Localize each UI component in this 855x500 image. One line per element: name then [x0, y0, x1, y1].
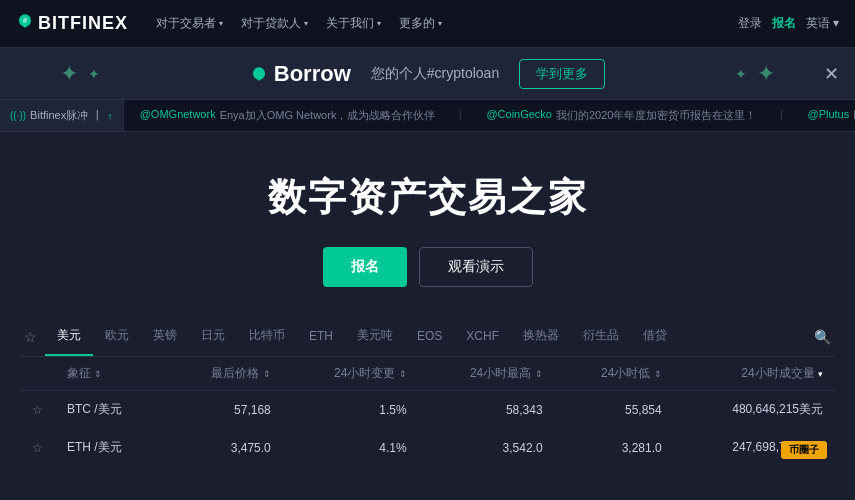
- ticker-up-icon: ↑: [107, 110, 113, 122]
- news-ticker: ((·)) Bitfinex脉冲 丨 ↑ @OMGnetwork Enya加入O…: [0, 100, 855, 132]
- star-icon[interactable]: ☆: [32, 403, 43, 417]
- tab-lending[interactable]: 借贷: [631, 317, 679, 356]
- col-change[interactable]: 24小时变更 ⇕: [283, 357, 419, 391]
- row-low: 55,854: [555, 391, 674, 429]
- close-button[interactable]: ✕: [824, 63, 839, 85]
- sort-icon: ⇕: [654, 369, 662, 379]
- chevron-down-icon: ▾: [304, 19, 308, 28]
- banner-brand: Borrow: [250, 61, 351, 87]
- row-change: 4.1%: [283, 429, 419, 467]
- market-table: 象征 ⇕ 最后价格 ⇕ 24小时变更 ⇕ 24小时最高 ⇕: [20, 357, 835, 467]
- star-icon[interactable]: ☆: [32, 441, 43, 455]
- tab-eur[interactable]: 欧元: [93, 317, 141, 356]
- col-price[interactable]: 最后价格 ⇕: [166, 357, 283, 391]
- logo: BITFINEX: [16, 12, 128, 35]
- ticker-highlight: @Plutus: [807, 108, 849, 123]
- market-section: ☆ 美元 欧元 英镑 日元 比特币 ETH 美元吨 EOS XCHF 换热器 衍…: [0, 317, 855, 467]
- row-high: 3,542.0: [419, 429, 555, 467]
- sort-icon: ⇕: [535, 369, 543, 379]
- ticker-content: @OMGnetwork Enya加入OMG Network，成为战略合作伙伴 丨…: [124, 108, 855, 123]
- nav-more[interactable]: 更多的 ▾: [391, 11, 450, 36]
- search-icon[interactable]: 🔍: [814, 329, 831, 345]
- row-low: 3,281.0: [555, 429, 674, 467]
- plus-icon-small: ✦: [88, 66, 100, 82]
- sort-icon-active: ▾: [818, 369, 823, 379]
- col-high[interactable]: 24小时最高 ⇕: [419, 357, 555, 391]
- tab-btc[interactable]: 比特币: [237, 317, 297, 356]
- tab-eth[interactable]: ETH: [297, 319, 345, 355]
- ticker-highlight: @OMGnetwork: [140, 108, 216, 123]
- row-price: 3,475.0: [166, 429, 283, 467]
- ticker-pulse: ((·)) Bitfinex脉冲 丨 ↑: [0, 100, 124, 131]
- banner-plus-left: ✦ ✦: [60, 61, 100, 87]
- col-low[interactable]: 24小时低 ⇕: [555, 357, 674, 391]
- table-header: 象征 ⇕ 最后价格 ⇕ 24小时变更 ⇕ 24小时最高 ⇕: [20, 357, 835, 391]
- row-fav[interactable]: ☆: [20, 429, 55, 467]
- chevron-down-icon: ▾: [219, 19, 223, 28]
- language-selector[interactable]: 英语 ▾: [806, 15, 839, 32]
- nav-right: 登录 报名 英语 ▾: [738, 15, 839, 32]
- row-symbol[interactable]: BTC /美元: [55, 391, 166, 429]
- tab-exchange[interactable]: 换热器: [511, 317, 571, 356]
- tab-xchf[interactable]: XCHF: [454, 319, 511, 355]
- banner-plus-right: ✦ ✦: [735, 61, 775, 87]
- ticker-item: @CoinGecko 我们的2020年年度加密货币报告在这里！: [486, 108, 756, 123]
- banner-logo-icon: [250, 65, 268, 83]
- plus-icon: ✦: [60, 61, 78, 87]
- chevron-down-icon: ▾: [833, 16, 839, 30]
- chevron-down-icon: ▾: [377, 19, 381, 28]
- banner-cta-button[interactable]: 学到更多: [519, 59, 605, 89]
- row-change: 1.5%: [283, 391, 419, 429]
- row-high: 58,343: [419, 391, 555, 429]
- ticker-highlight: @CoinGecko: [486, 108, 552, 123]
- market-table-wrapper: 象征 ⇕ 最后价格 ⇕ 24小时变更 ⇕ 24小时最高 ⇕: [20, 357, 835, 467]
- tab-derivatives[interactable]: 衍生品: [571, 317, 631, 356]
- market-tabs: ☆ 美元 欧元 英镑 日元 比特币 ETH 美元吨 EOS XCHF 换热器 衍…: [20, 317, 835, 357]
- sort-icon: ⇕: [399, 369, 407, 379]
- tab-jpy[interactable]: 日元: [189, 317, 237, 356]
- demo-button[interactable]: 观看演示: [419, 247, 533, 287]
- hero-section: 数字资产交易之家 报名 观看演示: [0, 132, 855, 317]
- tab-udt[interactable]: 美元吨: [345, 317, 405, 356]
- ticker-item: @Plutus PLIP | Pluton流动: [807, 108, 855, 123]
- nav-items: 对于交易者 ▾ 对于贷款人 ▾ 关于我们 ▾ 更多的 ▾: [148, 11, 730, 36]
- nav-lenders[interactable]: 对于贷款人 ▾: [233, 11, 316, 36]
- logo-text: [16, 12, 34, 35]
- plus-icon: ✦: [757, 61, 775, 87]
- logo-name: BITFINEX: [38, 13, 128, 34]
- ticker-separator: 丨: [92, 108, 103, 123]
- col-volume[interactable]: 24小时成交量 ▾: [674, 357, 835, 391]
- ticker-item: @OMGnetwork Enya加入OMG Network，成为战略合作伙伴: [140, 108, 436, 123]
- hero-buttons: 报名 观看演示: [323, 247, 533, 287]
- row-symbol[interactable]: ETH /美元: [55, 429, 166, 467]
- banner-subtitle: 您的个人#cryptoloan: [371, 65, 499, 83]
- sort-icon: ⇕: [263, 369, 271, 379]
- favorites-star-icon[interactable]: ☆: [24, 329, 37, 345]
- table-row: ☆ BTC /美元 57,168 1.5% 58,343 55,854 480,…: [20, 391, 835, 429]
- nav-traders[interactable]: 对于交易者 ▾: [148, 11, 231, 36]
- nav-about[interactable]: 关于我们 ▾: [318, 11, 389, 36]
- tab-usd[interactable]: 美元: [45, 317, 93, 356]
- login-link[interactable]: 登录: [738, 15, 762, 32]
- hero-title: 数字资产交易之家: [268, 172, 588, 223]
- tab-gbp[interactable]: 英镑: [141, 317, 189, 356]
- col-symbol[interactable]: 象征 ⇕: [55, 357, 166, 391]
- table-row: ☆ ETH /美元 3,475.0 4.1% 3,542.0 3,281.0 2…: [20, 429, 835, 467]
- row-price: 57,168: [166, 391, 283, 429]
- tab-eos[interactable]: EOS: [405, 319, 454, 355]
- promo-banner: ✦ ✦ Borrow 您的个人#cryptoloan 学到更多 ✦ ✦ ✕: [0, 48, 855, 100]
- row-fav[interactable]: ☆: [20, 391, 55, 429]
- chevron-down-icon: ▾: [438, 19, 442, 28]
- table-body: ☆ BTC /美元 57,168 1.5% 58,343 55,854 480,…: [20, 391, 835, 467]
- sort-icon: ⇕: [94, 369, 102, 379]
- register-button[interactable]: 报名: [323, 247, 407, 287]
- register-link[interactable]: 报名: [772, 15, 796, 32]
- col-fav: [20, 357, 55, 391]
- row-volume: 480,646,215美元: [674, 391, 835, 429]
- watermark: 币圈子: [781, 441, 827, 459]
- logo-icon: [16, 12, 34, 30]
- navbar: BITFINEX 对于交易者 ▾ 对于贷款人 ▾ 关于我们 ▾ 更多的 ▾ 登录…: [0, 0, 855, 48]
- pulse-icon: ((·)): [10, 110, 26, 121]
- plus-icon-small: ✦: [735, 66, 747, 82]
- ticker-pulse-label: Bitfinex脉冲: [30, 108, 88, 123]
